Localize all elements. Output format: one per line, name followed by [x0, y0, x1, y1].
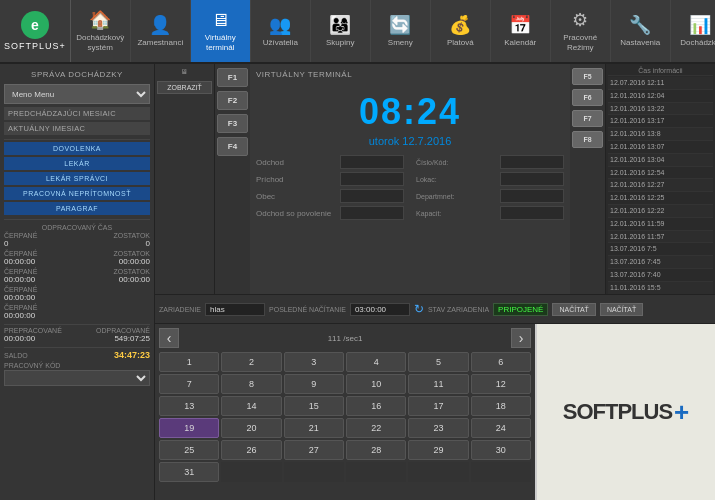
preprac-label: PREPRACOVANÉ	[4, 327, 62, 334]
nacitat2-button[interactable]: NAČÍTAŤ	[600, 303, 643, 316]
numpad-key-2[interactable]: 2	[221, 352, 281, 372]
nav-item-pracovne[interactable]: ⚙ Pracovné Režimy	[551, 0, 611, 62]
nav-item-uzivatel[interactable]: 👥 Užívatelia	[251, 0, 311, 62]
numpad-key-14[interactable]: 14	[221, 396, 281, 416]
f6-button[interactable]: F6	[572, 89, 603, 106]
numpad-key-8[interactable]: 8	[221, 374, 281, 394]
numpad-key-30[interactable]: 30	[471, 440, 531, 460]
f4-button[interactable]: F4	[217, 137, 248, 156]
left-panel-title: SPRÁVA DOCHÁDZKY	[4, 68, 150, 81]
numpad-key-20[interactable]: 20	[221, 418, 281, 438]
lekar-button[interactable]: LEKÁR	[4, 157, 150, 170]
vt-field-prichod-right-val[interactable]	[500, 172, 564, 186]
numpad-key-11[interactable]: 11	[408, 374, 468, 394]
vt-field-odchod-sop-label: Odchod so povolenie	[256, 209, 336, 218]
f7-button[interactable]: F7	[572, 110, 603, 127]
f2-button[interactable]: F2	[217, 91, 248, 110]
vt-center: VIRTUÁLNY TERMINÁL 08:24 utorok 12.7.201…	[250, 64, 570, 294]
numpad-key-13[interactable]: 13	[159, 396, 219, 416]
dovolenka-button[interactable]: DOVOLENKA	[4, 142, 150, 155]
vt-field-odchod-sop: Odchod so povolenie Kapacit:	[256, 206, 564, 220]
numpad-key-21[interactable]: 21	[284, 418, 344, 438]
nav-item-nastavenia[interactable]: 🔧 Nastavenia	[611, 0, 671, 62]
time-log-col: Čas informácii 12.07.2016 12:11 12.01.20…	[605, 64, 715, 294]
nav-item-virtualny[interactable]: 🖥 Virtuálny terminál	[191, 0, 251, 62]
numpad-key-25[interactable]: 25	[159, 440, 219, 460]
praco-nepr-button[interactable]: PRACOVNÁ NEPRÍTOMNOSŤ	[4, 187, 150, 200]
odprac3-label: ODPRACOVANÉ	[96, 327, 150, 334]
nav-item-dochadzka2[interactable]: 📊 Dochádzka	[671, 0, 715, 62]
f5-button[interactable]: F5	[572, 68, 603, 85]
numpad-key-22[interactable]: 22	[346, 418, 406, 438]
nav-item-zamestnanci[interactable]: 👤 Zamestnanci	[131, 0, 191, 62]
f8-button[interactable]: F8	[572, 131, 603, 148]
time-log-entry-9: 12.01.2016 12:25	[608, 192, 713, 205]
numpad-key-15[interactable]: 15	[284, 396, 344, 416]
aktualny-mesiac-row[interactable]: AKTUÁLNY IMESIAC	[4, 122, 150, 135]
predchadzajuci-mesiac-row[interactable]: PREDCHÁDZAJÚCI MESIAIC	[4, 107, 150, 120]
nav-item-skupiny[interactable]: 👨‍👩‍👧 Skupiny	[311, 0, 371, 62]
numpad-key-16[interactable]: 16	[346, 396, 406, 416]
meno-menu-select[interactable]: Meno Menu	[4, 84, 150, 104]
numpad-key-5[interactable]: 5	[408, 352, 468, 372]
nav-icon-smeny: 🔄	[389, 14, 411, 36]
numpad-key-10[interactable]: 10	[346, 374, 406, 394]
refresh-icon[interactable]: ↻	[414, 302, 424, 316]
lekar-col1-val: 00:00:00	[4, 257, 35, 266]
vt-field-odchod-right-val[interactable]	[500, 155, 564, 169]
time-log-entry-13: 13.07.2016 7:5	[608, 243, 713, 256]
vt-field-obec-val[interactable]	[340, 189, 404, 203]
numpad-next-button[interactable]: ›	[511, 328, 531, 348]
nav-item-dochadzka[interactable]: 🏠 Dochádzkovỳ systém	[71, 0, 131, 62]
nav-icon-virtualny: 🖥	[211, 10, 229, 31]
zobrazt-button[interactable]: ZOBRAZIŤ	[157, 81, 212, 94]
preprac-val: 00:00:00	[4, 334, 35, 343]
numpad-grid: 1 2 3 4 5 6 7 8 9 10 11 12 13 14 15 16 1	[159, 352, 531, 482]
numpad-key-4[interactable]: 4	[346, 352, 406, 372]
f1-button[interactable]: F1	[217, 68, 248, 87]
numpad-key-26[interactable]: 26	[221, 440, 281, 460]
time-log-entry-8: 12.01.2016 12:27	[608, 179, 713, 192]
vt-field-prichod-val[interactable]	[340, 172, 404, 186]
numpad-key-3[interactable]: 3	[284, 352, 344, 372]
time-log-entry-0: 12.07.2016 12:11	[608, 77, 713, 90]
vt-icon: 🖥	[181, 68, 188, 75]
fkey-right-col: F5 F6 F7 F8	[570, 64, 605, 294]
numpad-key-19[interactable]: 19	[159, 418, 219, 438]
nav-item-kalendar[interactable]: 📅 Kalendár	[491, 0, 551, 62]
f3-button[interactable]: F3	[217, 114, 248, 133]
nacitat-button[interactable]: NAČÍTAŤ	[552, 303, 595, 316]
odprac2-col1-val: 00:00:00	[4, 293, 35, 302]
numpad-key-28[interactable]: 28	[346, 440, 406, 460]
numpad-key-29[interactable]: 29	[408, 440, 468, 460]
numpad-key-e4	[408, 462, 468, 482]
pracovny-kod-select[interactable]	[4, 370, 150, 386]
lekar-sprav-button[interactable]: LEKÁR SPRÁVCI	[4, 172, 150, 185]
paragraf-button[interactable]: PARAGRAF	[4, 202, 150, 215]
numpad-key-17[interactable]: 17	[408, 396, 468, 416]
time-log-entry-14: 13.07.2016 7:45	[608, 256, 713, 269]
numpad-key-31[interactable]: 31	[159, 462, 219, 482]
time-log-entry-3: 12.01.2016 13:17	[608, 115, 713, 128]
nav-item-smeny[interactable]: 🔄 Smeny	[371, 0, 431, 62]
numpad-key-12[interactable]: 12	[471, 374, 531, 394]
para-col1-label: ČERPANÉ	[4, 304, 37, 311]
numpad-key-e2	[284, 462, 344, 482]
numpad-key-27[interactable]: 27	[284, 440, 344, 460]
numpad-key-6[interactable]: 6	[471, 352, 531, 372]
numpad-key-24[interactable]: 24	[471, 418, 531, 438]
vt-field-odchod-sop-val[interactable]	[340, 206, 404, 220]
numpad-key-9[interactable]: 9	[284, 374, 344, 394]
lekar-col1-label: ČERPANÉ	[4, 250, 37, 257]
numpad-key-23[interactable]: 23	[408, 418, 468, 438]
vt-field-obec-right-val[interactable]	[500, 189, 564, 203]
softplus-text: SOFTPLUS	[563, 399, 672, 425]
numpad-key-7[interactable]: 7	[159, 374, 219, 394]
vt-field-odchod-val[interactable]	[340, 155, 404, 169]
time-log-entry-2: 12.01.2016 13:22	[608, 103, 713, 116]
numpad-key-18[interactable]: 18	[471, 396, 531, 416]
numpad-prev-button[interactable]: ‹	[159, 328, 179, 348]
nav-item-platova[interactable]: 💰 Platová	[431, 0, 491, 62]
numpad-key-1[interactable]: 1	[159, 352, 219, 372]
vt-field-odchod-sop-right-val[interactable]	[500, 206, 564, 220]
